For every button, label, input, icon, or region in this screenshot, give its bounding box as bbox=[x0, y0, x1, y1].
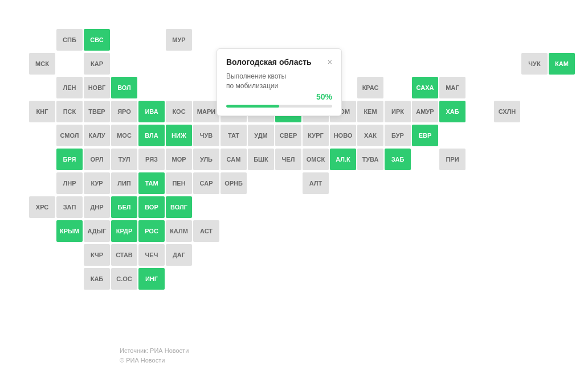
region-cell-лен[interactable]: ЛЕН bbox=[56, 77, 83, 98]
empty-cell bbox=[56, 53, 83, 75]
region-cell-кур[interactable]: КУР bbox=[84, 172, 110, 194]
region-cell-кос[interactable]: КОС bbox=[166, 101, 192, 122]
region-cell-бел[interactable]: БЕЛ bbox=[111, 196, 137, 218]
region-cell-крдр[interactable]: КРДР bbox=[111, 220, 137, 242]
region-cell-сам[interactable]: САМ bbox=[220, 149, 247, 170]
empty-cell bbox=[439, 53, 466, 75]
empty-cell bbox=[412, 149, 438, 170]
region-cell-ново[interactable]: НОВО bbox=[330, 125, 356, 146]
region-cell-кем[interactable]: КЕМ bbox=[357, 101, 383, 122]
region-cell-свс[interactable]: СВС bbox=[84, 29, 110, 51]
region-cell-омск[interactable]: ОМСК bbox=[303, 149, 329, 170]
tooltip-label-line1: Выполнение квоты по мобилизации bbox=[226, 72, 332, 91]
region-cell-ал.к[interactable]: АЛ.К bbox=[330, 149, 356, 170]
region-cell-уль[interactable]: УЛЬ bbox=[193, 149, 219, 170]
region-cell-инг[interactable]: ИНГ bbox=[138, 268, 165, 290]
map-row: СМОЛКАЛУМОСВЛАНИЖЧУВТАТУДМСВЕРКУРГНОВОХА… bbox=[28, 124, 577, 147]
region-cell-чув[interactable]: ЧУВ bbox=[193, 125, 219, 146]
region-cell-заб[interactable]: ЗАБ bbox=[385, 149, 411, 170]
region-cell-амур[interactable]: АМУР bbox=[412, 101, 438, 122]
region-cell-яро[interactable]: ЯРО bbox=[111, 101, 137, 122]
region-cell-там[interactable]: ТАМ bbox=[138, 172, 165, 194]
region-cell-тул[interactable]: ТУЛ bbox=[111, 149, 137, 170]
region-cell-кчр[interactable]: КЧР bbox=[84, 244, 110, 266]
empty-cell bbox=[166, 77, 192, 98]
region-cell-мор[interactable]: МОР bbox=[166, 149, 192, 170]
empty-cell bbox=[467, 53, 493, 75]
region-cell-зап[interactable]: ЗАП bbox=[56, 196, 83, 218]
empty-cell bbox=[138, 77, 165, 98]
spacer bbox=[56, 244, 83, 266]
region-cell-хак[interactable]: ХАК bbox=[357, 125, 383, 146]
region-cell-мари[interactable]: МАРИ bbox=[193, 101, 219, 122]
spacer bbox=[28, 220, 56, 242]
region-cell-чеч[interactable]: ЧЕЧ bbox=[138, 244, 165, 266]
region-cell-вор[interactable]: ВОР bbox=[138, 196, 165, 218]
region-cell-хаб[interactable]: ХАБ bbox=[439, 101, 466, 122]
region-cell-адыг[interactable]: АДЫГ bbox=[84, 220, 110, 242]
region-cell-лнр[interactable]: ЛНР bbox=[56, 172, 83, 194]
empty-cell bbox=[193, 77, 219, 98]
tooltip-close-button[interactable]: × bbox=[328, 57, 332, 67]
region-cell-вла[interactable]: ВЛА bbox=[138, 125, 165, 146]
region-cell-кар[interactable]: КАР bbox=[84, 53, 110, 75]
region-cell-чел[interactable]: ЧЕЛ bbox=[275, 149, 301, 170]
region-cell-крас[interactable]: КРАС bbox=[357, 77, 383, 98]
region-cell-бря[interactable]: БРЯ bbox=[56, 149, 83, 170]
region-cell-кург[interactable]: КУРГ bbox=[303, 125, 329, 146]
tooltip-title: Вологодская область bbox=[226, 57, 312, 67]
region-cell-удм[interactable]: УДМ bbox=[248, 125, 274, 146]
region-cell-ниж[interactable]: НИЖ bbox=[166, 125, 192, 146]
region-cell-ирк[interactable]: ИРК bbox=[385, 101, 411, 122]
region-cell-кнг[interactable]: КНГ bbox=[29, 101, 55, 122]
region-cell-даг[interactable]: ДАГ bbox=[166, 244, 192, 266]
region-cell-пск[interactable]: ПСК bbox=[56, 101, 83, 122]
region-cell-спб[interactable]: СПБ bbox=[56, 29, 83, 51]
region-cell-став[interactable]: СТАВ bbox=[111, 244, 137, 266]
region-cell-при[interactable]: ПРИ bbox=[439, 149, 466, 170]
region-cell-орл[interactable]: ОРЛ bbox=[84, 149, 110, 170]
region-cell-рос[interactable]: РОС bbox=[138, 220, 165, 242]
region-cell-бшк[interactable]: БШК bbox=[248, 149, 274, 170]
region-cell-мос[interactable]: МОС bbox=[111, 125, 137, 146]
region-cell-крым[interactable]: КРЫМ bbox=[56, 220, 83, 242]
spacer bbox=[28, 149, 56, 170]
region-cell-лип[interactable]: ЛИП bbox=[111, 172, 137, 194]
region-cell-тат[interactable]: ТАТ bbox=[220, 125, 247, 146]
region-cell-кам[interactable]: КАМ bbox=[549, 53, 575, 75]
region-cell-калу[interactable]: КАЛУ bbox=[84, 125, 110, 146]
empty-cell bbox=[111, 29, 137, 51]
region-cell-новг[interactable]: НОВГ bbox=[84, 77, 110, 98]
region-cell-калм[interactable]: КАЛМ bbox=[166, 220, 192, 242]
region-cell-саха[interactable]: САХА bbox=[412, 77, 438, 98]
region-cell-мск[interactable]: МСК bbox=[29, 53, 55, 75]
region-cell-волг[interactable]: ВОЛГ bbox=[166, 196, 192, 218]
region-cell-мур[interactable]: МУР bbox=[166, 29, 192, 51]
region-cell-аст[interactable]: АСТ bbox=[193, 220, 219, 242]
region-cell-ряз[interactable]: РЯЗ bbox=[138, 149, 165, 170]
region-cell-днр[interactable]: ДНР bbox=[84, 196, 110, 218]
region-cell-вол[interactable]: ВОЛ bbox=[111, 77, 137, 98]
region-cell-смол[interactable]: СМОЛ bbox=[56, 125, 83, 146]
map-row: КЧРСТАВЧЕЧДАГ bbox=[28, 244, 577, 266]
region-cell-сар[interactable]: САР bbox=[193, 172, 219, 194]
region-cell-каб[interactable]: КАБ bbox=[84, 268, 110, 290]
region-cell-бур[interactable]: БУР bbox=[385, 125, 411, 146]
region-cell-тува[interactable]: ТУВА bbox=[357, 149, 383, 170]
region-cell-маг[interactable]: МАГ bbox=[439, 77, 466, 98]
spacer bbox=[28, 29, 56, 51]
region-cell-свер[interactable]: СВЕР bbox=[275, 125, 301, 146]
region-cell-орнб[interactable]: ОРНБ bbox=[220, 172, 247, 194]
region-cell-ива[interactable]: ИВА bbox=[138, 101, 165, 122]
region-cell-с.ос[interactable]: С.ОС bbox=[111, 268, 137, 290]
empty-cell bbox=[138, 53, 165, 75]
region-cell-пен[interactable]: ПЕН bbox=[166, 172, 192, 194]
map-container: СПБСВСМУРМСККАРЧУККАМЛЕННОВГВОЛКРАССАХАМ… bbox=[0, 0, 588, 383]
region-cell-схлн[interactable]: СХЛН bbox=[494, 101, 520, 122]
region-cell-чук[interactable]: ЧУК bbox=[521, 53, 548, 75]
region-cell-алт[interactable]: АЛТ bbox=[303, 172, 329, 194]
region-cell-евр[interactable]: ЕВР bbox=[412, 125, 438, 146]
region-cell-хрс[interactable]: ХРС bbox=[29, 196, 55, 218]
region-cell-твер[interactable]: ТВЕР bbox=[84, 101, 110, 122]
empty-cell bbox=[111, 53, 137, 75]
